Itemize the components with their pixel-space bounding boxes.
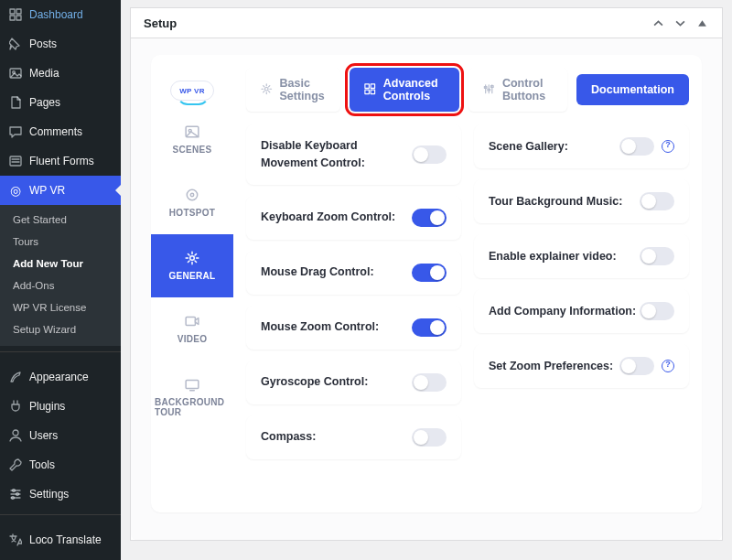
page-icon	[7, 94, 24, 111]
sidebar-item-label: Media	[29, 67, 59, 80]
svg-rect-2	[10, 16, 15, 20]
sidebar-item-appearance[interactable]: Appearance	[0, 362, 121, 392]
info-icon[interactable]	[662, 360, 674, 372]
side-tab-strip: WP VR SCENES HOTSPOT GENERAL VIDEO BACKG…	[151, 55, 233, 512]
grid-icon	[364, 83, 376, 96]
svg-point-14	[187, 189, 197, 199]
side-tab-label: SCENES	[173, 145, 212, 155]
top-tab-row: Basic Settings Advanced Controls Control…	[246, 68, 689, 112]
user-icon	[7, 427, 24, 444]
sidebar-item-settings[interactable]: Settings	[0, 479, 121, 509]
setting-company_info: Add Company Information:	[474, 289, 689, 333]
sidebar-item-media[interactable]: Media	[0, 59, 121, 88]
sidebar-item-plugins[interactable]: Plugins	[0, 392, 121, 421]
sidebar-item-pages[interactable]: Pages	[0, 88, 121, 117]
setting-compass: Compass:	[246, 415, 461, 459]
toggle-explainer[interactable]	[640, 247, 674, 265]
sidebar-item-comments[interactable]: Comments	[0, 117, 121, 146]
side-tab-label: VIDEO	[178, 334, 208, 344]
menu-separator	[0, 351, 121, 357]
toggle-disable_kb_move[interactable]	[412, 145, 447, 164]
setting-scene_gallery: Scene Gallery:	[474, 124, 689, 168]
side-tab-label: HOTSPOT	[169, 208, 215, 218]
toggle-compass[interactable]	[412, 428, 447, 447]
eq-icon	[483, 83, 495, 96]
metabox-header: Setup	[131, 8, 722, 38]
sidebar-item-tools[interactable]: Tools	[0, 450, 121, 479]
sidebar-item-loco[interactable]: Loco Translate	[0, 525, 121, 555]
sidebar-item-dashboard[interactable]: Dashboard	[0, 0, 121, 29]
sidebar-subitem[interactable]: WP VR License	[0, 296, 121, 318]
side-tab-hotspot[interactable]: HOTSPOT	[151, 171, 233, 234]
tab-advanced[interactable]: Advanced Controls	[350, 68, 459, 112]
sidebar-item-fluentforms[interactable]: Fluent Forms	[0, 146, 121, 176]
media-icon	[7, 65, 24, 81]
toggle-zoom_prefs[interactable]	[619, 357, 654, 375]
brush-icon	[7, 369, 24, 385]
side-tab-label: GENERAL	[169, 271, 216, 281]
sidebar-subitem[interactable]: Add-Ons	[0, 275, 121, 296]
settings-panel: Basic Settings Advanced Controls Control…	[233, 55, 702, 512]
logo-arc	[177, 94, 210, 105]
tab-controlbtns[interactable]: Control Buttons	[468, 68, 567, 112]
side-tab-general[interactable]: GENERAL	[151, 234, 233, 297]
image-icon	[185, 124, 199, 139]
caret-up-icon[interactable]	[694, 16, 709, 30]
documentation-button[interactable]: Documentation	[576, 74, 689, 105]
sidebar-subitem[interactable]: Tours	[0, 231, 121, 253]
setting-label: Set Zoom Preferences:	[489, 358, 613, 375]
sidebar-item-wpvr[interactable]: ◎ WP VR	[0, 176, 121, 205]
settings-columns: Disable Keyboard Movement Control: Keybo…	[246, 124, 689, 459]
wrench-icon	[7, 457, 24, 473]
side-tab-bgtour[interactable]: BACKGROUND TOUR	[151, 361, 233, 434]
panel-wrap: WP VR SCENES HOTSPOT GENERAL VIDEO BACKG…	[151, 55, 702, 512]
chevron-down-icon[interactable]	[673, 16, 687, 30]
svg-point-16	[190, 256, 195, 261]
setting-label: Mouse Drag Control:	[261, 264, 374, 281]
pin-icon	[7, 36, 24, 52]
svg-point-7	[13, 430, 18, 436]
target-icon	[185, 188, 199, 202]
tab-basic[interactable]: Basic Settings	[246, 68, 340, 112]
toggle-kb_zoom[interactable]	[412, 209, 447, 227]
sidebar-item-label: WP VR	[29, 184, 65, 197]
sidebar-subitem[interactable]: Get Started	[0, 209, 121, 231]
sidebar-item-users[interactable]: Users	[0, 421, 121, 450]
svg-rect-3	[16, 16, 21, 20]
setting-mouse_drag: Mouse Drag Control:	[246, 251, 461, 295]
tab-label: Advanced Controls	[383, 77, 446, 102]
side-tab-video[interactable]: VIDEO	[151, 297, 233, 361]
sidebar-item-label: Dashboard	[29, 8, 83, 21]
sidebar-item-collapse[interactable]: Collapse menu	[0, 555, 121, 560]
info-icon[interactable]	[662, 140, 674, 153]
setting-bg_music: Tour Background Music:	[474, 179, 689, 223]
setting-label: Scene Gallery:	[489, 138, 568, 156]
plug-icon	[7, 398, 24, 415]
setting-disable_kb_move: Disable Keyboard Movement Control:	[246, 124, 461, 185]
sidebar-subitem[interactable]: Setup Wizard	[0, 318, 121, 340]
gear-icon	[185, 251, 199, 265]
toggle-gyro[interactable]	[412, 373, 447, 392]
sidebar-subitem[interactable]: Add New Tour	[0, 253, 121, 275]
settings-col-left: Disable Keyboard Movement Control: Keybo…	[246, 124, 461, 459]
side-tab-scenes[interactable]: SCENES	[151, 108, 233, 171]
setting-label: Mouse Zoom Control:	[261, 318, 379, 336]
setting-kb_zoom: Keyboard Zoom Control:	[246, 196, 461, 240]
toggle-scene_gallery[interactable]	[619, 137, 654, 156]
toggle-mouse_drag[interactable]	[412, 264, 447, 282]
setting-label: Add Company Information:	[489, 303, 636, 320]
menu-separator	[0, 514, 121, 520]
chevron-up-icon[interactable]	[651, 16, 665, 30]
sidebar-item-posts[interactable]: Posts	[0, 29, 121, 59]
toggle-mouse_zoom[interactable]	[412, 318, 447, 337]
metabox-body: WP VR SCENES HOTSPOT GENERAL VIDEO BACKG…	[131, 38, 722, 540]
svg-point-19	[264, 87, 268, 91]
toggle-bg_music[interactable]	[640, 192, 674, 210]
svg-rect-1	[16, 9, 21, 14]
sidebar-item-label: Tools	[29, 458, 55, 471]
sidebar-item-label: Pages	[29, 96, 60, 109]
sidebar-item-label: Settings	[29, 488, 69, 501]
video-icon	[185, 314, 199, 328]
toggle-company_info[interactable]	[640, 302, 674, 320]
dashboard-icon	[7, 6, 24, 23]
